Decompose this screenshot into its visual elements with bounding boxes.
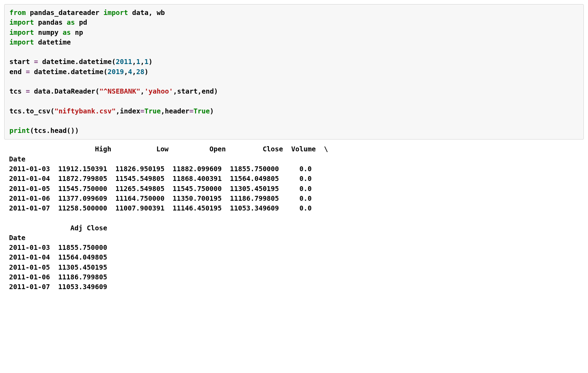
output-data-row: 2011-01-06 11377.099609 11164.750000 113…: [9, 195, 324, 203]
alias-name: np: [75, 29, 83, 37]
output-data-row: 2011-01-06 11186.799805: [9, 273, 115, 281]
call-head: datetime.datetime(: [42, 58, 116, 66]
output-data-row: 2011-01-05 11545.750000 11265.549805 115…: [9, 185, 324, 193]
call-tail: ): [210, 107, 214, 115]
builtin-print: print: [9, 127, 30, 135]
module-name: pandas: [38, 18, 62, 26]
notebook-cell-pair: from pandas_datareader import data, wb i…: [0, 0, 588, 306]
string-literal: 'yahoo': [144, 87, 173, 95]
var-name: end: [9, 68, 22, 76]
paren-open: (: [30, 127, 34, 135]
bool-literal: True: [193, 107, 210, 115]
call-tail: ): [145, 68, 149, 76]
int-literal: 1: [136, 58, 140, 66]
output-data-row: 2011-01-05 11305.450195: [9, 263, 115, 271]
module-name: pandas_datareader: [30, 9, 100, 17]
var-name: start: [9, 58, 30, 66]
import-names: data, wb: [132, 9, 165, 17]
comma: ,: [132, 68, 136, 76]
call-args-tail: start,end): [177, 87, 218, 95]
int-literal: 1: [145, 58, 149, 66]
string-literal: "niftybank.csv": [54, 107, 116, 115]
int-literal: 28: [136, 68, 144, 76]
kwarg-name: index: [120, 107, 140, 115]
keyword-import: import: [9, 38, 34, 46]
call-head: data.DataReader(: [34, 87, 99, 95]
call-tail: ): [148, 58, 153, 66]
keyword-from: from: [9, 9, 26, 17]
keyword-import: import: [9, 29, 34, 37]
operator-assign: =: [189, 107, 194, 115]
int-literal: 2011: [116, 58, 132, 66]
keyword-import: import: [9, 18, 34, 26]
comma: ,: [161, 107, 165, 115]
kwarg-name: header: [165, 107, 189, 115]
int-literal: 4: [128, 68, 132, 76]
comma: ,: [116, 107, 120, 115]
comma: ,: [124, 68, 128, 76]
var-name: tcs: [9, 87, 22, 95]
module-name: numpy: [38, 29, 59, 37]
call-head: datetime.datetime(: [34, 68, 107, 76]
comma: ,: [140, 58, 145, 66]
comma: ,: [140, 87, 145, 95]
keyword-as: as: [67, 18, 75, 26]
code-input-cell[interactable]: from pandas_datareader import data, wb i…: [4, 4, 584, 140]
operator-assign: =: [34, 58, 38, 66]
comma: ,: [173, 87, 177, 95]
keyword-as: as: [63, 29, 71, 37]
keyword-import: import: [103, 9, 128, 17]
output-index-label: Date: [9, 234, 115, 242]
output-data-row: 2011-01-04 11872.799805 11545.549805 118…: [9, 175, 324, 183]
output-header-row: High Low Open Close Volume \: [9, 145, 328, 153]
bool-literal: True: [144, 107, 161, 115]
operator-assign: =: [26, 68, 30, 76]
alias-name: pd: [79, 18, 87, 26]
paren-close: ): [75, 127, 79, 135]
module-name: datetime: [38, 38, 71, 46]
output-header-row: Adj Close: [9, 224, 115, 232]
output-index-label: Date: [9, 155, 328, 163]
string-literal: "^NSEBANK": [99, 87, 140, 95]
call-head: tcs.to_csv(: [9, 107, 54, 115]
print-arg: tcs.head(): [34, 127, 75, 135]
int-literal: 2019: [108, 68, 124, 76]
output-data-row: 2011-01-07 11258.500000 11007.900391 111…: [9, 204, 324, 212]
comma: ,: [132, 58, 136, 66]
stdout-output: High Low Open Close Volume \ Date 2011-0…: [4, 140, 584, 292]
output-data-row: 2011-01-03 11912.150391 11826.950195 118…: [9, 165, 324, 173]
operator-assign: =: [140, 107, 145, 115]
output-data-row: 2011-01-07 11053.349609: [9, 283, 115, 291]
output-data-row: 2011-01-04 11564.049805: [9, 253, 115, 261]
operator-assign: =: [26, 87, 30, 95]
output-data-row: 2011-01-03 11855.750000: [9, 244, 115, 252]
